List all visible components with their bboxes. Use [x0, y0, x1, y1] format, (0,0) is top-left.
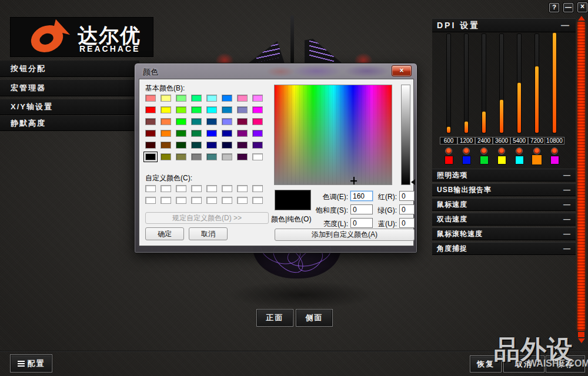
custom-color-swatch[interactable]	[252, 185, 263, 192]
section-header-5[interactable]: 鼠标滚轮速度—	[432, 227, 576, 240]
basic-color-swatch[interactable]	[161, 106, 171, 113]
basic-color-swatch[interactable]	[237, 153, 248, 160]
scroll-down-icon[interactable]	[578, 338, 585, 343]
collapse-icon[interactable]: —	[563, 199, 571, 210]
dpi-radio-button[interactable]	[551, 147, 558, 155]
restore-button[interactable]: 恢复	[470, 356, 501, 372]
basic-color-swatch[interactable]	[145, 142, 156, 149]
front-view-button[interactable]: 正面	[257, 310, 293, 326]
basic-color-swatch[interactable]	[252, 95, 263, 102]
add-to-custom-colors-button[interactable]: 添加到自定义颜色(A)	[275, 229, 415, 241]
basic-color-swatch[interactable]	[252, 118, 263, 125]
basic-color-swatch[interactable]	[237, 142, 248, 149]
save-button[interactable]: 保存	[546, 356, 584, 372]
basic-color-swatch[interactable]	[161, 118, 171, 125]
basic-color-swatch[interactable]	[237, 130, 248, 137]
basic-color-swatch[interactable]	[161, 142, 171, 149]
collapse-icon[interactable]: —	[563, 228, 571, 240]
config-button[interactable]: 配置	[11, 355, 52, 372]
dpi-radio-button[interactable]	[463, 147, 470, 155]
dpi-slider-track[interactable]	[534, 33, 539, 133]
basic-color-swatch[interactable]	[206, 130, 217, 137]
dpi-color-swatch[interactable]	[445, 156, 453, 164]
section-header-6[interactable]: 角度捕捉—	[432, 242, 576, 255]
basic-color-swatch[interactable]	[191, 95, 202, 102]
basic-color-swatch[interactable]	[222, 118, 232, 125]
custom-color-swatch[interactable]	[191, 185, 202, 192]
dpi-slider-track[interactable]	[517, 33, 522, 133]
hue-input[interactable]	[350, 191, 373, 201]
dpi-color-swatch[interactable]	[516, 156, 523, 164]
basic-color-swatch[interactable]	[176, 130, 186, 137]
custom-color-swatch[interactable]	[145, 197, 156, 204]
basic-color-swatch[interactable]	[206, 142, 217, 149]
basic-color-swatch[interactable]	[191, 153, 202, 160]
collapse-icon[interactable]: —	[563, 213, 571, 225]
custom-color-swatch[interactable]	[176, 185, 186, 192]
basic-color-swatch[interactable]	[252, 106, 263, 113]
basic-color-swatch[interactable]	[176, 142, 186, 149]
basic-color-swatch[interactable]	[237, 118, 248, 125]
basic-color-swatch[interactable]	[161, 95, 171, 102]
basic-color-swatch[interactable]	[176, 106, 186, 113]
basic-color-swatch[interactable]	[252, 142, 263, 149]
hue-saturation-field[interactable]	[274, 85, 392, 185]
sidebar-item-2[interactable]: 宏管理器	[0, 80, 139, 96]
dpi-color-swatch[interactable]	[480, 156, 488, 164]
dpi-radio-button[interactable]	[533, 147, 540, 155]
blue-input[interactable]	[399, 218, 415, 228]
cancel-button[interactable]: 取消	[189, 227, 228, 240]
basic-color-swatch[interactable]	[222, 95, 232, 102]
custom-color-swatch[interactable]	[145, 185, 156, 192]
side-view-button[interactable]: 侧面	[296, 310, 332, 326]
basic-color-swatch[interactable]	[176, 118, 186, 125]
dpi-color-swatch[interactable]	[532, 155, 542, 164]
luminance-input[interactable]	[350, 218, 373, 228]
basic-color-swatch[interactable]	[145, 130, 156, 137]
custom-color-swatch[interactable]	[237, 185, 248, 192]
dpi-radio-button[interactable]	[516, 147, 523, 155]
bottom-cancel-button[interactable]: 取消	[504, 356, 544, 372]
basic-color-swatch[interactable]	[145, 95, 156, 102]
basic-color-swatch[interactable]	[222, 130, 232, 137]
sidebar-item-4[interactable]: 静默高度	[0, 116, 139, 131]
red-input[interactable]	[399, 191, 415, 201]
dpi-slider-track[interactable]	[552, 33, 557, 133]
dialog-close-button[interactable]: ×	[392, 65, 412, 76]
collapse-icon[interactable]: —	[563, 184, 571, 196]
section-header-2[interactable]: USB输出报告率—	[432, 183, 576, 196]
custom-color-swatch[interactable]	[252, 197, 263, 204]
custom-color-swatch[interactable]	[206, 197, 217, 204]
custom-color-swatch[interactable]	[222, 197, 232, 204]
dpi-slider-track[interactable]	[464, 33, 469, 133]
basic-color-swatch[interactable]	[145, 153, 156, 160]
luminance-slider[interactable]	[401, 85, 410, 185]
saturation-input[interactable]	[350, 204, 373, 214]
minimize-button[interactable]: —	[563, 3, 573, 12]
dpi-radio-button[interactable]	[498, 147, 505, 155]
basic-color-swatch[interactable]	[191, 106, 202, 113]
basic-color-swatch[interactable]	[237, 106, 248, 113]
custom-color-swatch[interactable]	[237, 197, 248, 204]
ok-button[interactable]: 确定	[145, 227, 184, 240]
sidebar-item-1[interactable]: 按钮分配	[0, 61, 139, 77]
dpi-slider-track[interactable]	[499, 33, 504, 133]
close-button[interactable]: ×	[577, 2, 587, 12]
collapse-icon[interactable]: —	[563, 169, 571, 181]
section-header-4[interactable]: 双击速度—	[432, 213, 576, 226]
dpi-radio-button[interactable]	[445, 147, 452, 155]
basic-color-swatch[interactable]	[161, 153, 171, 160]
dpi-panel-header[interactable]: DPI 设置 —	[432, 18, 576, 32]
basic-color-swatch[interactable]	[145, 106, 156, 113]
help-button[interactable]: ?	[549, 3, 559, 12]
section-header-1[interactable]: 照明选项—	[432, 169, 576, 182]
custom-color-swatch[interactable]	[206, 185, 217, 192]
scroll-up-icon[interactable]	[578, 16, 585, 21]
green-input[interactable]	[399, 204, 415, 214]
basic-color-swatch[interactable]	[222, 153, 232, 160]
basic-color-swatch[interactable]	[191, 118, 202, 125]
dpi-slider-track[interactable]	[482, 33, 486, 133]
scrollbar-thumb[interactable]	[577, 22, 585, 331]
basic-color-swatch[interactable]	[161, 130, 171, 137]
dpi-color-swatch[interactable]	[551, 156, 559, 164]
